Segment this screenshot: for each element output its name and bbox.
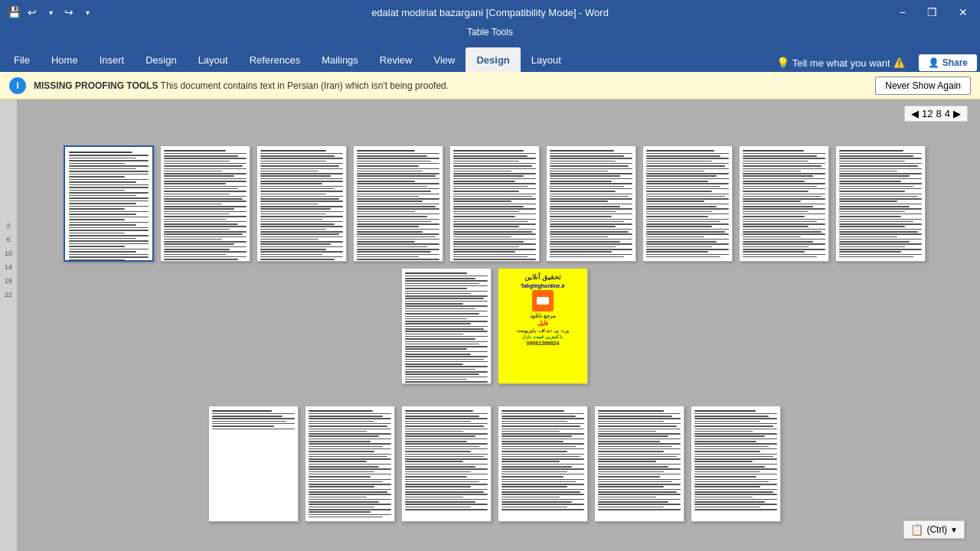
tab-references[interactable]: References — [239, 47, 311, 72]
page-thumb-3[interactable] — [256, 145, 347, 262]
ribbon-right: 💡 Tell me what you want ⚠️ 👤 Share — [769, 54, 977, 72]
ctrl-dropdown-icon[interactable]: ▼ — [950, 526, 958, 534]
ctrl-label: (Ctrl) — [926, 524, 947, 535]
prev-icon[interactable]: ◀ — [911, 108, 919, 119]
title-bar: 💾 ↩ ▾ ↪ ▾ edalat modiriat bazargani [Com… — [0, 0, 980, 24]
ctrl-icon: 📋 — [910, 523, 923, 536]
save-button[interactable]: 💾 — [6, 5, 21, 20]
redo-button[interactable]: ↪ — [61, 5, 77, 20]
page-thumb-12[interactable] — [305, 406, 395, 522]
share-icon: 👤 — [928, 57, 939, 68]
lightbulb-icon: 💡 — [776, 57, 789, 69]
page-thumb-15[interactable] — [594, 406, 684, 522]
document-area: 2 6 10 14 18 22 ◀ 12 8 4 ▶ — [0, 99, 980, 551]
info-icon: i — [9, 77, 26, 94]
page-thumb-ad[interactable]: تحقیق آنلاین Tahghighonline.ir مرجع دانل… — [498, 268, 588, 384]
tab-mailings[interactable]: Mailings — [311, 47, 369, 72]
customize-dropdown[interactable]: ▾ — [80, 5, 95, 20]
info-message: MISSING PROOFING TOOLS This document con… — [34, 80, 867, 91]
undo-button[interactable]: ↩ — [24, 5, 40, 20]
left-ruler: 2 6 10 14 18 22 — [0, 99, 17, 551]
page-thumb-9[interactable] — [835, 145, 926, 262]
never-show-button[interactable]: Never Show Again — [875, 77, 971, 95]
tab-file[interactable]: File — [3, 47, 41, 72]
page-thumb-6[interactable] — [546, 145, 636, 262]
tab-review[interactable]: Review — [369, 47, 423, 72]
page-thumb-16[interactable] — [691, 406, 781, 522]
warning-icon: ⚠️ — [893, 57, 905, 68]
tell-me-button[interactable]: 💡 Tell me what you want ⚠️ — [769, 54, 913, 72]
window-controls: − ❐ ✕ — [893, 5, 974, 20]
page-thumb-14[interactable] — [498, 406, 588, 522]
document-title: edalat modiriat bazargani [Compatibility… — [371, 7, 609, 18]
page-thumb-11[interactable] — [208, 406, 299, 522]
info-bar: i MISSING PROOFING TOOLS This document c… — [0, 72, 980, 99]
info-icon-letter: i — [16, 80, 19, 91]
pages-grid-row1: تحقیق آنلاین Tahghighonline.ir مرجع دانل… — [24, 138, 965, 392]
info-bold-text: MISSING PROOFING TOOLS — [34, 80, 158, 91]
next-icon[interactable]: ▶ — [953, 108, 961, 119]
tab-table-design[interactable]: Design — [466, 47, 520, 72]
tab-view[interactable]: View — [423, 47, 466, 72]
tab-insert[interactable]: Insert — [89, 47, 136, 72]
page-thumb-1[interactable] — [64, 145, 154, 262]
tab-layout[interactable]: Layout — [188, 47, 239, 72]
view-controls: ◀ 12 8 4 ▶ — [904, 106, 968, 122]
page-thumb-4[interactable] — [353, 145, 443, 262]
page-count-2: 8 — [936, 108, 942, 119]
quick-access-toolbar: 💾 ↩ ▾ ↪ ▾ — [6, 5, 95, 20]
table-tools-bar: Table Tools — [0, 24, 980, 40]
page-thumb-13[interactable] — [401, 406, 492, 522]
share-label: Share — [942, 57, 968, 68]
title-bar-left: 💾 ↩ ▾ ↪ ▾ — [6, 5, 95, 20]
page-thumb-10[interactable] — [401, 268, 492, 384]
page-thumb-5[interactable] — [449, 145, 540, 262]
tell-me-label: Tell me what you want — [792, 57, 890, 69]
restore-button[interactable]: ❐ — [921, 5, 943, 20]
close-button[interactable]: ✕ — [952, 5, 974, 20]
page-count-1: 12 — [922, 108, 933, 119]
ctrl-tooltip: 📋 (Ctrl) ▼ — [903, 520, 965, 539]
tab-table-layout[interactable]: Layout — [521, 47, 572, 72]
main-content: ◀ 12 8 4 ▶ — [17, 99, 980, 551]
info-detail-text: This document contains text in Persian (… — [158, 80, 449, 91]
undo-dropdown[interactable]: ▾ — [43, 5, 58, 20]
tab-group-main: File Home Insert Design Layout Reference… — [3, 47, 572, 72]
page-thumb-7[interactable] — [642, 145, 733, 262]
page-count-3: 4 — [945, 108, 950, 119]
ribbon-tabs: File Home Insert Design Layout Reference… — [0, 40, 980, 72]
page-thumb-2[interactable] — [160, 145, 250, 262]
tab-design[interactable]: Design — [135, 47, 187, 72]
tab-home[interactable]: Home — [41, 47, 89, 72]
pages-grid-row2 — [24, 398, 965, 530]
minimize-button[interactable]: − — [893, 5, 912, 20]
table-tools-label: Table Tools — [467, 27, 513, 37]
page-thumb-8[interactable] — [739, 145, 829, 262]
share-button[interactable]: 👤 Share — [919, 54, 977, 71]
